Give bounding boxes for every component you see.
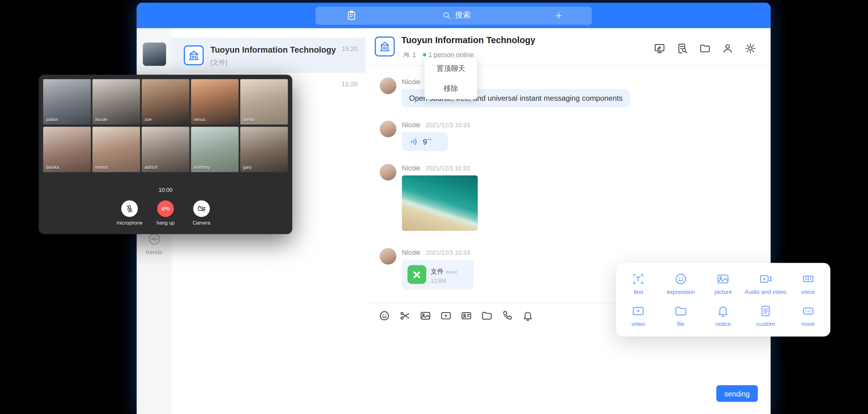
topbar-group: 搜索 xyxy=(316,6,592,25)
file-attachment[interactable]: 文件.excel 12.8M xyxy=(402,260,474,290)
avatar[interactable] xyxy=(380,164,396,181)
feature-expression[interactable]: expression xyxy=(660,267,702,300)
camera-off-icon xyxy=(197,204,206,213)
participant-name: patton xyxy=(46,117,58,122)
files-button[interactable] xyxy=(699,42,711,54)
search-input[interactable]: 搜索 xyxy=(388,6,525,25)
notice-button[interactable] xyxy=(522,310,534,322)
feature-label: more xyxy=(801,321,815,327)
image-icon xyxy=(420,310,431,322)
voice-duration: 9`` xyxy=(423,138,432,146)
message-image: Nicole 2021/12/3 10:33 xyxy=(380,164,478,231)
microphone-label: microphone xyxy=(117,220,143,226)
video-tile: gary xyxy=(240,127,287,172)
voice-icon xyxy=(801,272,815,286)
feature-label: picture xyxy=(714,288,732,295)
feature-label: Audio and video xyxy=(745,288,786,295)
feature-custom[interactable]: custom xyxy=(744,300,787,332)
avatar[interactable] xyxy=(380,121,396,137)
scissors-icon xyxy=(399,310,411,322)
message-time: 2021/12/3 10:33 xyxy=(426,122,470,128)
chat-actions xyxy=(654,42,756,54)
video-tile: patton xyxy=(43,79,91,124)
avatar[interactable] xyxy=(380,77,396,94)
screenshot-button[interactable] xyxy=(399,310,411,322)
voice-bubble[interactable]: 9`` xyxy=(402,132,448,151)
feature-panel: text expression picture Audio and video … xyxy=(616,263,830,337)
online-dot xyxy=(423,53,426,56)
file-button[interactable] xyxy=(481,310,493,322)
conversation-item[interactable]: Tuoyun Information Technology [文件] 15:20 xyxy=(172,38,366,73)
microphone-button[interactable] xyxy=(121,200,138,217)
chat-subtitle: 1 1 person online xyxy=(403,51,474,59)
feature-label: text xyxy=(634,288,643,295)
message-voice: Nicole 2021/12/3 10:33 9`` xyxy=(380,121,470,151)
feature-audio-video[interactable]: Audio and video xyxy=(744,267,787,300)
excel-file-icon xyxy=(407,265,426,284)
participant-name: danika xyxy=(46,165,59,170)
feature-label: voice xyxy=(801,288,815,295)
announcement-button[interactable] xyxy=(654,42,665,54)
more-icon xyxy=(801,305,815,318)
message-file: Nicole 2021/12/3 10:33 文件.excel 12.8M xyxy=(380,248,474,290)
building-icon xyxy=(378,40,391,53)
bell-icon xyxy=(717,305,730,318)
search-history-button[interactable] xyxy=(677,42,688,54)
participant-name: Nicole xyxy=(95,117,107,122)
avatar[interactable] xyxy=(380,248,396,264)
sidebar-item-trends[interactable]: trends xyxy=(137,232,172,255)
bell-icon xyxy=(522,310,534,322)
video-button[interactable] xyxy=(440,310,452,322)
conversation-time: 15:20 xyxy=(342,81,358,88)
group-avatar xyxy=(375,37,395,57)
send-button[interactable]: sending xyxy=(716,385,758,402)
video-tile: zoe xyxy=(142,79,189,124)
call-button[interactable] xyxy=(501,310,513,322)
feature-label: video xyxy=(631,321,646,327)
feature-picture[interactable]: picture xyxy=(702,267,745,300)
participant-name: Anthony xyxy=(194,165,210,170)
menu-item-remove[interactable]: 移除 xyxy=(425,78,477,99)
emoji-icon xyxy=(378,310,390,322)
members-button[interactable] xyxy=(722,42,734,54)
settings-button[interactable] xyxy=(745,42,756,54)
feature-more[interactable]: more xyxy=(787,300,830,332)
message-text: Nicole 2021/12/3 10:33 Open source, free… xyxy=(380,77,630,107)
online-status: 1 person online xyxy=(428,51,473,59)
hang-up-button[interactable] xyxy=(157,200,174,217)
menu-item-pin-chat[interactable]: 置顶聊天 xyxy=(425,59,477,78)
plus-icon xyxy=(554,11,563,20)
conversation-time: 15:20 xyxy=(342,45,358,52)
address-book-button[interactable] xyxy=(316,6,388,25)
feature-file[interactable]: file xyxy=(660,300,702,332)
sender-name: Nicole xyxy=(402,78,421,86)
feature-text[interactable]: text xyxy=(617,267,660,300)
video-tile: venus xyxy=(191,79,239,124)
feature-notice[interactable]: notice xyxy=(702,300,745,332)
user-avatar[interactable] xyxy=(143,42,166,66)
input-toolbar xyxy=(378,310,533,322)
building-icon xyxy=(188,49,200,62)
feature-voice[interactable]: voice xyxy=(787,267,830,300)
hang-up-icon xyxy=(159,202,172,215)
contact-card-button[interactable] xyxy=(461,310,472,322)
smiley-icon xyxy=(674,272,687,286)
conversation-title: Tuoyun Information Technology xyxy=(210,45,336,55)
text-icon xyxy=(632,272,645,286)
image-attachment[interactable] xyxy=(402,176,478,231)
camera-label: Camera xyxy=(193,220,210,226)
video-tile: Nicole xyxy=(92,79,140,124)
participant-name: zoe xyxy=(145,117,152,122)
video-tile: aldrich xyxy=(142,127,189,172)
sender-name: Nicole xyxy=(402,164,421,172)
add-button[interactable] xyxy=(525,6,592,25)
image-button[interactable] xyxy=(420,310,431,322)
member-count: 1 xyxy=(412,51,416,59)
folder-icon xyxy=(674,305,687,318)
feature-video[interactable]: video xyxy=(617,300,660,332)
emoji-button[interactable] xyxy=(378,310,390,322)
hang-up-label: hang up xyxy=(157,220,175,226)
audio-video-icon xyxy=(759,272,772,286)
camera-button[interactable] xyxy=(193,200,210,217)
group-avatar xyxy=(184,45,204,65)
